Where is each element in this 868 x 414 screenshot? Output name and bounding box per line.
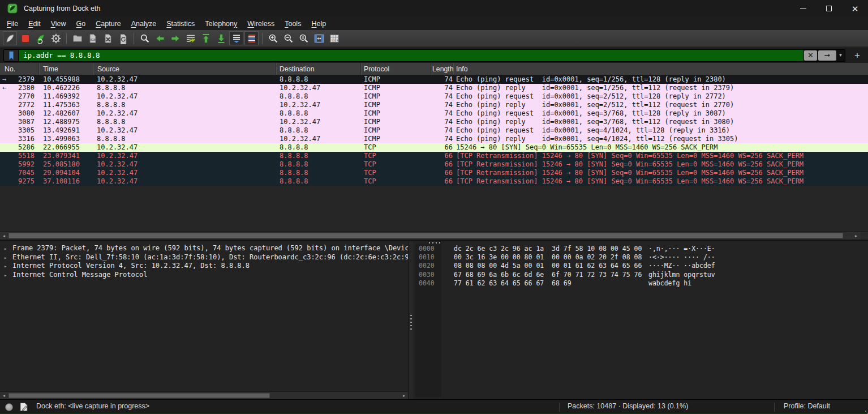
detail-line[interactable]: ▸Internet Protocol Version 4, Src: 10.2.… bbox=[0, 262, 408, 271]
cell-info: [TCP Retransmission] 15246 → 80 [SYN] Se… bbox=[454, 169, 868, 177]
stop-capture-icon[interactable] bbox=[18, 31, 32, 45]
direction-arrow-icon: → bbox=[2, 75, 6, 84]
scroll-left-icon[interactable]: ◂ bbox=[0, 232, 8, 239]
expander-icon[interactable]: ▸ bbox=[4, 245, 7, 253]
expander-icon[interactable]: ▸ bbox=[4, 254, 7, 262]
packet-row[interactable]: 5518 23.079341 10.2.32.47 8.8.8.8 TCP 66… bbox=[0, 152, 868, 160]
menu-item[interactable]: Capture bbox=[91, 18, 126, 29]
details-hscrollbar[interactable]: ◂ ▸ bbox=[0, 391, 408, 399]
close-button[interactable]: ✕ bbox=[842, 0, 868, 17]
menu-item[interactable]: View bbox=[46, 18, 71, 29]
scroll-right-icon[interactable]: ▸ bbox=[852, 232, 860, 239]
packet-list-hscrollbar[interactable]: ◂ ▸ bbox=[0, 231, 868, 240]
packet-row[interactable]: 2772 11.475363 8.8.8.8 10.2.32.47 ICMP 7… bbox=[0, 101, 868, 109]
menu-item[interactable]: Statistics bbox=[161, 18, 200, 29]
scrollbar-thumb[interactable] bbox=[8, 233, 843, 238]
restart-capture-icon[interactable] bbox=[33, 31, 48, 45]
packet-row[interactable]: 3087 12.488975 8.8.8.8 10.2.32.47 ICMP 7… bbox=[0, 118, 868, 126]
packet-row[interactable]: 5286 22.066955 10.2.32.47 8.8.8.8 TCP 66… bbox=[0, 143, 868, 152]
menu-item[interactable]: Help bbox=[306, 18, 331, 29]
filter-input[interactable]: ip.addr == 8.8.8.8 bbox=[19, 50, 803, 61]
auto-scroll-icon[interactable] bbox=[229, 31, 243, 45]
cell-source: 10.2.32.47 bbox=[94, 152, 277, 160]
column-header-info[interactable]: Info bbox=[454, 63, 868, 75]
cell-length: 74 bbox=[431, 109, 454, 118]
menu-item[interactable]: Edit bbox=[23, 18, 46, 29]
filter-add-button[interactable]: + bbox=[850, 49, 864, 62]
column-header-no[interactable]: No. bbox=[0, 63, 40, 75]
hex-row[interactable]: 0040 77 61 62 63 64 65 66 67 68 69 wabcd… bbox=[413, 279, 868, 288]
column-header-source[interactable]: Source bbox=[94, 63, 277, 75]
filter-bookmark-button[interactable] bbox=[4, 50, 19, 61]
display-filter-field[interactable]: ip.addr == 8.8.8.8 ✕ ➞ ▼ bbox=[3, 49, 845, 62]
detail-line[interactable]: ▸Frame 2379: Packet, 74 bytes on wire (5… bbox=[0, 244, 408, 253]
column-header-protocol[interactable]: Protocol bbox=[362, 63, 431, 75]
profile-text[interactable]: Profile: Default bbox=[784, 402, 830, 410]
scroll-left-icon[interactable]: ◂ bbox=[0, 392, 8, 399]
packet-row[interactable]: 2770 11.469392 10.2.32.47 8.8.8.8 ICMP 7… bbox=[0, 92, 868, 101]
hex-row[interactable]: 0010 00 3c 16 3e 00 00 80 01 00 00 0a 02… bbox=[413, 253, 868, 262]
capture-comment-icon[interactable] bbox=[19, 402, 28, 412]
detail-line[interactable]: ▸Internet Control Message Protocol bbox=[0, 271, 408, 280]
cell-source: 8.8.8.8 bbox=[94, 118, 277, 126]
colorize-icon[interactable] bbox=[244, 31, 259, 45]
packet-row[interactable]: ←2380 10.462226 8.8.8.8 10.2.32.47 ICMP … bbox=[0, 84, 868, 92]
menu-item[interactable]: Telephony bbox=[200, 18, 242, 29]
scrollbar-thumb[interactable] bbox=[8, 393, 270, 398]
save-file-icon[interactable]: 010 bbox=[85, 31, 100, 45]
pane-splitter[interactable] bbox=[409, 241, 413, 399]
column-header-length[interactable]: Length bbox=[431, 63, 454, 75]
hex-bytes: 67 68 69 6a 6b 6c 6d 6e 6f 70 71 72 73 7… bbox=[441, 271, 641, 279]
column-header-destination[interactable]: Destination bbox=[277, 63, 362, 75]
packet-row[interactable]: 3080 12.482607 10.2.32.47 8.8.8.8 ICMP 7… bbox=[0, 109, 868, 118]
go-to-bottom-icon[interactable] bbox=[214, 31, 228, 45]
hex-row[interactable]: 0030 67 68 69 6a 6b 6c 6d 6e 6f 70 71 72… bbox=[413, 271, 868, 279]
packet-row[interactable]: 9275 37.108116 10.2.32.47 8.8.8.8 TCP 66… bbox=[0, 177, 868, 186]
packet-row[interactable]: 3305 13.492691 10.2.32.47 8.8.8.8 ICMP 7… bbox=[0, 126, 868, 135]
hex-row[interactable]: 0020 08 08 08 00 4d 5a 00 01 00 01 61 62… bbox=[413, 262, 868, 270]
zoom-reset-icon[interactable] bbox=[297, 31, 311, 45]
zoom-out-icon[interactable] bbox=[281, 31, 295, 45]
packet-row[interactable]: 7045 29.094104 10.2.32.47 8.8.8.8 TCP 66… bbox=[0, 169, 868, 177]
scroll-right-icon[interactable]: ▸ bbox=[400, 392, 408, 399]
cell-info: Echo (ping) request id=0x0001, seq=2/512… bbox=[454, 92, 868, 101]
main-toolbar: 010 123 bbox=[0, 30, 868, 47]
go-forward-icon[interactable] bbox=[168, 31, 182, 45]
resize-columns-icon[interactable] bbox=[312, 31, 326, 45]
go-back-icon[interactable] bbox=[153, 31, 167, 45]
menu-item[interactable]: File bbox=[2, 18, 23, 29]
open-file-icon[interactable] bbox=[70, 31, 84, 45]
hex-row[interactable]: 0000 dc 2c 6e c3 2c 96 ac 1a 3d 7f 58 10… bbox=[413, 245, 868, 253]
resize-grip[interactable] bbox=[865, 411, 866, 412]
menu-item[interactable]: Analyze bbox=[126, 18, 161, 29]
go-to-packet-icon[interactable] bbox=[183, 31, 197, 45]
menu-item[interactable]: Wireless bbox=[242, 18, 280, 29]
svg-text:2: 2 bbox=[334, 39, 336, 42]
zoom-in-icon[interactable] bbox=[266, 31, 280, 45]
expander-icon[interactable]: ▸ bbox=[4, 262, 7, 271]
packet-row[interactable]: 3316 13.499063 8.8.8.8 10.2.32.47 ICMP 7… bbox=[0, 135, 868, 143]
cell-source: 10.2.32.47 bbox=[94, 169, 277, 177]
capture-options-icon[interactable] bbox=[49, 31, 63, 45]
toggle-columns-icon[interactable]: 123 bbox=[327, 31, 341, 45]
filter-apply-dropdown[interactable]: ▼ bbox=[837, 50, 844, 61]
start-capture-icon[interactable] bbox=[3, 31, 17, 45]
minimize-button[interactable] bbox=[790, 0, 816, 17]
expert-info-icon[interactable] bbox=[5, 403, 13, 411]
go-to-top-icon[interactable] bbox=[199, 31, 213, 45]
expander-icon[interactable]: ▸ bbox=[4, 271, 7, 280]
column-header-time[interactable]: Time bbox=[40, 63, 94, 75]
reload-file-icon[interactable] bbox=[116, 31, 130, 45]
filter-clear-button[interactable]: ✕ bbox=[804, 50, 817, 61]
maximize-button[interactable] bbox=[816, 0, 842, 17]
statusbar-separator bbox=[774, 403, 775, 412]
detail-line[interactable]: ▸Ethernet II, Src: Dell_7f:58:10 (ac:1a:… bbox=[0, 253, 408, 262]
menu-item[interactable]: Go bbox=[71, 18, 91, 29]
packet-row[interactable]: 5992 25.085180 10.2.32.47 8.8.8.8 TCP 66… bbox=[0, 160, 868, 169]
filter-apply-button[interactable]: ➞ bbox=[818, 50, 836, 61]
splitter-handle-icon[interactable] bbox=[410, 315, 412, 331]
close-file-icon[interactable] bbox=[101, 31, 115, 45]
packet-row[interactable]: →2379 10.455988 10.2.32.47 8.8.8.8 ICMP … bbox=[0, 75, 868, 84]
menu-item[interactable]: Tools bbox=[280, 18, 306, 29]
find-packet-icon[interactable] bbox=[137, 31, 152, 45]
